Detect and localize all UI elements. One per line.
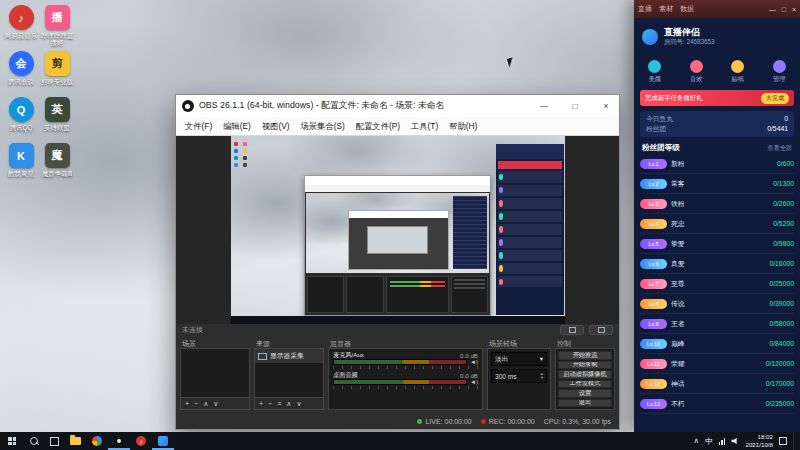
mini-sources-dock — [346, 276, 384, 312]
remove-source-button[interactable]: − — [268, 400, 272, 407]
virtual-camera-button[interactable]: 启动虚拟摄像机 — [558, 370, 612, 379]
level-value: 0/58000 — [769, 320, 794, 327]
desktop-icon-lol[interactable]: 英 英雄联盟 — [40, 97, 74, 131]
desktop-icon-jianying[interactable]: 剪 剪映专业版 — [40, 51, 74, 85]
list-item[interactable]: Lv.8传说0/39000 — [640, 294, 794, 314]
search-button[interactable] — [24, 432, 44, 450]
quick-action-sound[interactable]: 音效 — [690, 60, 703, 84]
scenes-list[interactable] — [181, 349, 249, 397]
speaker-icon[interactable]: ◄) — [470, 379, 478, 385]
companion-promo-banner[interactable]: 完成新手任务领好礼 去完成 — [640, 90, 794, 106]
source-item-display-capture[interactable]: 显示器采集 — [255, 349, 323, 363]
minimize-button[interactable]: — — [769, 6, 776, 13]
taskbar-browser[interactable] — [86, 432, 108, 450]
taskbar-companion[interactable] — [152, 432, 174, 450]
ime-indicator[interactable]: 中 — [705, 436, 713, 447]
desktop-icon-meeting[interactable]: 会 腾讯会议 — [4, 51, 38, 85]
maximize-button[interactable]: □ — [562, 95, 588, 117]
level-badge: Lv.11 — [640, 359, 667, 369]
companion-titlebar[interactable]: 直播 素材 数据 — □ × — [634, 0, 800, 18]
show-desktop-button[interactable] — [793, 432, 797, 450]
add-scene-button[interactable]: + — [185, 400, 189, 407]
source-up-button[interactable]: ∧ — [286, 400, 291, 407]
minimize-button[interactable]: — — [531, 95, 557, 117]
desktop-icon-netease[interactable]: ♪ 网易云音乐 — [4, 5, 38, 39]
sources-list[interactable]: 显示器采集 — [255, 349, 323, 397]
quick-action-manage[interactable]: 管理 — [773, 60, 786, 84]
transition-duration-input[interactable]: 300 ms ▴ ▾ — [491, 369, 547, 383]
task-view-button[interactable] — [44, 432, 64, 450]
menu-profile[interactable]: 配置文件(P) — [351, 119, 405, 134]
tray-chevron-icon[interactable]: ∧ — [693, 437, 699, 445]
list-item[interactable]: Lv.6真爱0/16000 — [640, 254, 794, 274]
volume-icon[interactable] — [731, 437, 739, 445]
add-source-button[interactable]: + — [259, 400, 263, 407]
list-item[interactable]: Lv.3铁粉0/2600 — [640, 194, 794, 214]
remove-scene-button[interactable]: − — [194, 400, 198, 407]
list-item[interactable]: Lv.4死忠0/5200 — [640, 214, 794, 234]
start-recording-button[interactable]: 开始录制 — [558, 361, 612, 370]
clock[interactable]: 18:02 2021/10/8 — [745, 433, 773, 450]
meeting-icon: 会 — [9, 51, 34, 76]
desktop-icon-livehime[interactable]: 播 哔哩哔哩直播姬 — [40, 5, 74, 47]
menu-scene-collection[interactable]: 场景集合(S) — [296, 119, 350, 134]
controls-body: 开始推流 开始录制 启动虚拟摄像机 工作室模式 设置 退出 — [556, 349, 614, 409]
taskbar-explorer[interactable] — [64, 432, 86, 450]
desktop-icon-kuwo[interactable]: K 酷我聚星 — [4, 143, 38, 177]
spinner-arrows[interactable]: ▴ ▾ — [541, 372, 543, 381]
scene-down-button[interactable]: ∨ — [213, 400, 218, 407]
companion-tab-live[interactable]: 直播 — [638, 4, 652, 14]
maximize-button[interactable]: □ — [782, 6, 786, 13]
list-item[interactable]: Lv.10巅峰0/84000 — [640, 334, 794, 354]
companion-logo-icon — [642, 29, 658, 45]
spin-down-icon[interactable]: ▾ — [541, 376, 543, 381]
list-item[interactable]: Lv.1新粉0/600 — [640, 154, 794, 174]
studio-mode-button[interactable]: 工作室模式 — [558, 380, 612, 389]
desktop-icon-qq[interactable]: Q 腾讯QQ — [4, 97, 38, 131]
companion-tab-assets[interactable]: 素材 — [659, 4, 673, 14]
transition-select[interactable]: 淡出 ▾ — [491, 352, 547, 366]
quick-action-beauty[interactable]: 美颜 — [648, 60, 661, 84]
taskbar-netease[interactable]: ♪ — [130, 432, 152, 450]
list-item[interactable]: Lv.5挚爱0/9800 — [640, 234, 794, 254]
menu-edit[interactable]: 编辑(E) — [218, 119, 256, 134]
menu-help[interactable]: 帮助(H) — [444, 119, 482, 134]
menu-view[interactable]: 视图(V) — [257, 119, 295, 134]
exit-button[interactable]: 退出 — [558, 399, 612, 408]
obs-preview-canvas[interactable] — [176, 136, 619, 324]
list-item[interactable]: Lv.9王者0/58000 — [640, 314, 794, 334]
list-more-link[interactable]: 查看全部 — [767, 144, 792, 153]
mini-obs-preview — [306, 193, 489, 273]
start-streaming-button[interactable]: 开始推流 — [558, 351, 612, 360]
captured-screen-preview — [231, 136, 565, 324]
source-properties-button[interactable]: ≡ — [277, 400, 281, 407]
scene-up-button[interactable]: ∧ — [203, 400, 208, 407]
list-item[interactable]: Lv.11荣耀0/120000 — [640, 354, 794, 374]
menu-tools[interactable]: 工具(T) — [406, 119, 443, 134]
network-icon[interactable] — [719, 438, 726, 445]
list-item[interactable]: Lv.2常客0/1300 — [640, 174, 794, 194]
desktop-icon-label: 网易云音乐 — [4, 32, 38, 39]
close-button[interactable]: × — [792, 6, 796, 13]
controls-dock: 控制 开始推流 开始录制 启动虚拟摄像机 工作室模式 设置 退出 — [555, 338, 615, 410]
banner-action-button[interactable]: 去完成 — [761, 93, 789, 104]
list-item[interactable]: Lv.12神话0/170000 — [640, 374, 794, 394]
source-down-button[interactable]: ∨ — [296, 400, 301, 407]
speaker-icon[interactable]: ◄) — [470, 359, 478, 365]
list-item[interactable]: Lv.7至尊0/25000 — [640, 274, 794, 294]
start-button[interactable] — [0, 432, 24, 450]
list-item[interactable]: Lv.13不朽0/235000 — [640, 394, 794, 414]
mini2-companion-window — [453, 196, 488, 268]
menu-file[interactable]: 文件(F) — [180, 119, 217, 134]
desktop-icon-label: 剪映专业版 — [40, 78, 74, 85]
notification-center-icon[interactable] — [779, 437, 787, 445]
quick-action-sticker[interactable]: 贴纸 — [731, 60, 744, 84]
dock-lock-button[interactable] — [589, 325, 613, 335]
obs-titlebar[interactable]: OBS 26.1.1 (64-bit, windows) - 配置文件: 未命名… — [176, 95, 619, 117]
companion-tab-data[interactable]: 数据 — [680, 4, 694, 14]
settings-button[interactable]: 设置 — [558, 389, 612, 398]
taskbar-obs[interactable] — [108, 432, 130, 450]
close-button[interactable]: × — [593, 95, 619, 117]
desktop-icon-war3[interactable]: 魔 魔兽争霸Ⅲ — [40, 143, 74, 177]
dock-layout-button[interactable] — [560, 325, 584, 335]
